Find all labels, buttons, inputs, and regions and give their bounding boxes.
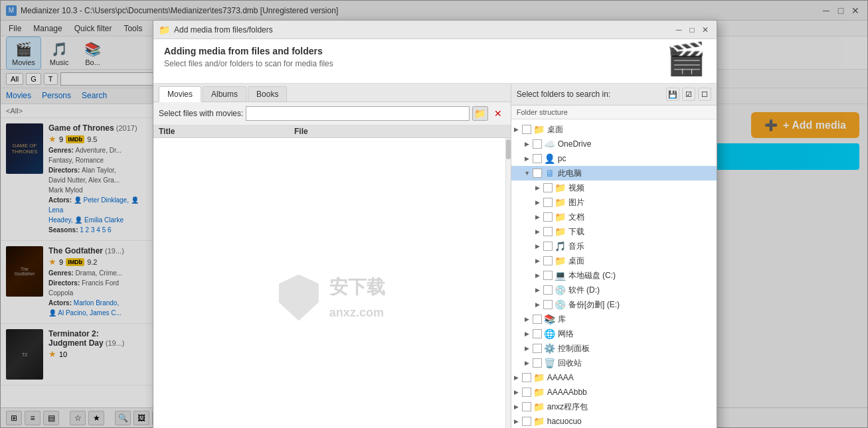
dialog-header-content: Adding media from files and folders Sele… <box>164 46 333 68</box>
folder-check-button[interactable]: ☑ <box>682 88 695 101</box>
dialog-minimize-button[interactable]: ─ <box>673 24 685 36</box>
dialog-tab-books[interactable]: Books <box>248 86 287 102</box>
tree-expand-video[interactable]: ▶ <box>533 180 543 195</box>
tree-item-recycle[interactable]: ▶ 🗑️ 回收站 <box>511 356 717 370</box>
tree-expand-drive-e[interactable]: ▶ <box>533 297 543 312</box>
tree-item-aaaaa[interactable]: ▶ 📁 AAAAA <box>511 370 717 385</box>
dialog-header-title: Adding media from files and folders <box>164 46 333 56</box>
tree-icon-aaaaa: 📁 <box>533 372 545 384</box>
tree-item-desktop[interactable]: ▶ 📁 桌面 <box>511 122 717 137</box>
dialog-tab-albums[interactable]: Albums <box>203 86 246 102</box>
tree-label-this-pc: 此电脑 <box>558 168 582 179</box>
tree-item-drive-d[interactable]: ▶ 💿 软件 (D:) <box>511 283 717 297</box>
tree-item-music[interactable]: ▶ 🎵 音乐 <box>511 239 717 253</box>
tree-expand-anxz[interactable]: ▶ <box>511 399 522 414</box>
tree-item-aaaaa-bbb[interactable]: ▶ 📁 AAAAAbbb <box>511 385 717 399</box>
tree-item-drive-e[interactable]: ▶ 💿 备份[勿删] (E:) <box>511 297 717 312</box>
folder-header-label: Select folders to search in: <box>517 90 610 99</box>
dialog-close-button[interactable]: ✕ <box>699 24 711 36</box>
tree-check-documents[interactable] <box>543 212 553 222</box>
tree-expand-desktop[interactable]: ▶ <box>511 122 522 137</box>
tree-expand-network[interactable]: ▶ <box>522 326 533 341</box>
tree-check-this-pc[interactable] <box>533 169 542 178</box>
tree-check-drive-c[interactable] <box>543 271 553 280</box>
tree-check-music[interactable] <box>543 242 553 251</box>
tree-check-recycle[interactable] <box>533 358 542 368</box>
tree-item-video[interactable]: ▶ 📁 视频 <box>511 180 717 195</box>
tree-expand-downloads[interactable]: ▶ <box>533 224 543 239</box>
tree-item-documents[interactable]: ▶ 📁 文档 <box>511 210 717 224</box>
scrollbar-thumb[interactable] <box>506 139 511 159</box>
tree-item-downloads[interactable]: ▶ 📁 下载 <box>511 224 717 239</box>
add-media-dialog: 📁 Add media from files/folders ─ □ ✕ Add… <box>153 20 717 428</box>
tree-icon-music-folder: 🎵 <box>555 240 566 252</box>
folder-header-icons: 💾 ☑ ☐ <box>666 88 711 101</box>
tree-icon-hacuocuo: 📁 <box>533 415 545 427</box>
tree-label-hacuocuo: hacuocuo <box>547 417 582 426</box>
tree-expand-drive-d[interactable]: ▶ <box>533 283 543 297</box>
tree-check-desktop2[interactable] <box>543 256 553 265</box>
folder-save-button[interactable]: 💾 <box>666 88 679 101</box>
tree-check-pictures[interactable] <box>543 198 553 207</box>
tree-item-pc[interactable]: ▶ 👤 pc <box>511 151 717 166</box>
tree-check-drive-d[interactable] <box>543 285 553 295</box>
tree-item-library[interactable]: ▶ 📚 库 <box>511 312 717 326</box>
tree-check-library[interactable] <box>533 315 542 324</box>
tree-check-network[interactable] <box>533 329 542 338</box>
tree-check-pc[interactable] <box>533 154 542 163</box>
tree-expand-documents[interactable]: ▶ <box>533 210 543 224</box>
tree-expand-hacuocuo[interactable]: ▶ <box>511 414 522 428</box>
tree-item-this-pc[interactable]: ▼ 🖥 此电脑 <box>511 166 717 180</box>
tree-expand-control-panel[interactable]: ▶ <box>522 341 533 356</box>
folder-tree[interactable]: ▶ 📁 桌面 ▶ ☁️ OneDrive ▶ <box>511 119 717 428</box>
tree-expand-aaaaa-bbb[interactable]: ▶ <box>511 385 522 399</box>
dialog-table-scrollbar[interactable] <box>505 138 511 428</box>
tree-item-pictures[interactable]: ▶ 📁 图片 <box>511 195 717 210</box>
tree-check-downloads[interactable] <box>543 227 553 236</box>
tree-expand-aaaaa[interactable]: ▶ <box>511 370 522 385</box>
dialog-clear-button[interactable]: ✕ <box>491 106 505 121</box>
tree-label-pc: pc <box>558 154 566 163</box>
dialog-controls: ─ □ ✕ <box>673 24 711 36</box>
tree-check-onedrive[interactable] <box>533 139 542 149</box>
tree-check-control-panel[interactable] <box>533 344 542 353</box>
tree-expand-onedrive[interactable]: ▶ <box>522 137 533 151</box>
dialog-tab-movies[interactable]: Movies <box>159 86 201 102</box>
dialog-overlay: 📁 Add media from files/folders ─ □ ✕ Add… <box>0 0 868 428</box>
tree-icon-drive-d: 💿 <box>555 284 566 296</box>
tree-label-drive-e: 备份[勿删] (E:) <box>568 299 620 311</box>
tree-expand-pc[interactable]: ▶ <box>522 151 533 166</box>
tree-item-anxz[interactable]: ▶ 📁 anxz程序包 <box>511 399 717 414</box>
tree-icon-drive-e: 💿 <box>555 299 566 311</box>
tree-check-video[interactable] <box>543 183 553 192</box>
tree-check-aaaaa[interactable] <box>522 373 531 382</box>
tree-check-anxz[interactable] <box>522 402 531 411</box>
dialog-file-input[interactable] <box>246 106 469 121</box>
tree-item-onedrive[interactable]: ▶ ☁️ OneDrive <box>511 137 717 151</box>
tree-expand-desktop2[interactable]: ▶ <box>533 253 543 268</box>
folder-window-button[interactable]: ☐ <box>698 88 711 101</box>
dialog-maximize-button[interactable]: □ <box>686 24 698 36</box>
tree-label-video: 视频 <box>568 182 584 194</box>
tree-check-aaaaa-bbb[interactable] <box>522 388 531 397</box>
tree-item-network[interactable]: ▶ 🌐 网络 <box>511 326 717 341</box>
tree-item-desktop2[interactable]: ▶ 📁 桌面 <box>511 253 717 268</box>
tree-item-drive-c[interactable]: ▶ 💻 本地磁盘 (C:) <box>511 268 717 283</box>
tree-expand-library[interactable]: ▶ <box>522 312 533 326</box>
tree-label-desktop: 桌面 <box>547 124 563 135</box>
tree-check-hacuocuo[interactable] <box>522 417 531 426</box>
tree-item-hacuocuo[interactable]: ▶ 📁 hacuocuo <box>511 414 717 428</box>
tree-expand-drive-c[interactable]: ▶ <box>533 268 543 283</box>
tree-expand-this-pc[interactable]: ▼ <box>522 166 533 180</box>
tree-check-drive-e[interactable] <box>543 300 553 309</box>
tree-expand-pictures[interactable]: ▶ <box>533 195 543 210</box>
tree-check-desktop[interactable] <box>522 125 531 134</box>
dialog-col-file: File <box>294 127 505 136</box>
tree-label-drive-c: 本地磁盘 (C:) <box>568 270 616 281</box>
tree-expand-recycle[interactable]: ▶ <box>522 356 533 370</box>
tree-icon-recycle: 🗑️ <box>544 357 556 369</box>
dialog-browse-button[interactable]: 📁 <box>472 106 488 121</box>
tree-expand-music[interactable]: ▶ <box>533 239 543 253</box>
tree-icon-onedrive: ☁️ <box>544 138 556 150</box>
tree-item-control-panel[interactable]: ▶ ⚙️ 控制面板 <box>511 341 717 356</box>
